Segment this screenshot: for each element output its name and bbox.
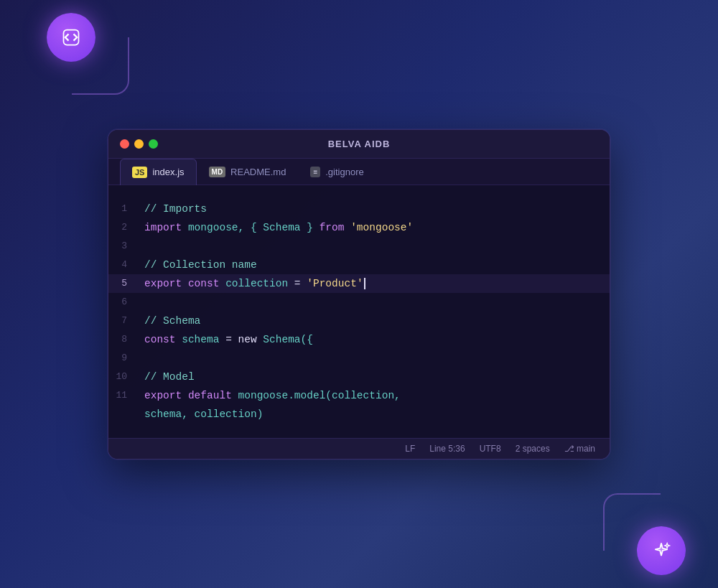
status-encoding: UTF8 <box>480 444 501 454</box>
line-content-4: // Collection name <box>144 256 610 274</box>
editor-window: BELVA AIDB JS index.js MD README.md ≡ .g… <box>108 129 610 459</box>
line-num-7: 7 <box>108 312 144 330</box>
tab-index-js[interactable]: JS index.js <box>120 159 197 185</box>
tab-label-readme: README.md <box>230 167 286 177</box>
status-spaces: 2 spaces <box>516 444 550 454</box>
line-content-2: import mongoose, { Schema } from 'mongoo… <box>144 219 610 236</box>
line-content-10: // Model <box>144 368 610 386</box>
tabs-bar: JS index.js MD README.md ≡ .gitignore <box>108 159 610 185</box>
code-line-9: 9 <box>108 349 610 368</box>
status-lf: LF <box>405 444 415 454</box>
code-line-6: 6 <box>108 293 610 312</box>
title-bar: BELVA AIDB <box>108 130 610 159</box>
line-num-11: 11 <box>108 387 144 404</box>
line-num-10: 10 <box>108 368 144 386</box>
code-icon-button[interactable] <box>47 13 95 62</box>
line-content-7: // Schema <box>144 312 610 330</box>
code-line-8: 8 const schema = new Schema({ <box>108 330 610 349</box>
js-file-icon: JS <box>132 167 147 178</box>
code-icon <box>61 27 81 47</box>
sparkles-icon-button[interactable] <box>637 526 686 575</box>
tab-gitignore[interactable]: ≡ .gitignore <box>298 159 376 185</box>
sparkles-icon <box>651 541 671 561</box>
line-content-1: // Imports <box>144 200 610 218</box>
line-num-4: 4 <box>108 256 144 274</box>
text-cursor <box>364 278 365 289</box>
line-content-11: export default mongoose.model(collection… <box>144 387 610 404</box>
tab-label-index-js: index.js <box>152 167 184 177</box>
code-line-12: schema, collection) <box>108 405 610 424</box>
line-num-6: 6 <box>108 294 144 311</box>
window-title: BELVA AIDB <box>328 139 391 149</box>
traffic-lights <box>120 139 158 149</box>
line-num-1: 1 <box>108 200 144 218</box>
line-content-12: schema, collection) <box>144 406 610 423</box>
line-num-8: 8 <box>108 331 144 348</box>
close-dot[interactable] <box>120 139 129 149</box>
code-line-10: 10 // Model <box>108 368 610 386</box>
tab-label-gitignore: .gitignore <box>325 167 363 177</box>
line-num-2: 2 <box>108 219 144 236</box>
code-line-5: 5 export const collection = 'Product' <box>108 274 610 293</box>
code-line-2: 2 import mongoose, { Schema } from 'mong… <box>108 218 610 237</box>
code-line-4: 4 // Collection name <box>108 256 610 274</box>
line-num-9: 9 <box>108 350 144 367</box>
maximize-dot[interactable] <box>149 139 158 149</box>
md-file-icon: MD <box>209 167 226 177</box>
code-line-1: 1 // Imports <box>108 200 610 218</box>
minimize-dot[interactable] <box>134 139 144 149</box>
code-line-3: 3 <box>108 237 610 256</box>
status-bar: LF Line 5:36 UTF8 2 spaces ⎇ main <box>108 438 610 459</box>
line-content-5: export const collection = 'Product' <box>144 275 610 292</box>
code-line-7: 7 // Schema <box>108 312 610 330</box>
git-file-icon: ≡ <box>310 167 320 177</box>
status-branch: ⎇ main <box>564 444 595 454</box>
code-editor[interactable]: 1 // Imports 2 import mongoose, { Schema… <box>108 185 610 438</box>
line-num-3: 3 <box>108 238 144 255</box>
status-line: Line 5:36 <box>429 444 465 454</box>
line-num-5: 5 <box>108 275 144 292</box>
code-line-11: 11 export default mongoose.model(collect… <box>108 386 610 405</box>
tab-readme-md[interactable]: MD README.md <box>197 159 299 185</box>
line-content-8: const schema = new Schema({ <box>144 331 610 348</box>
